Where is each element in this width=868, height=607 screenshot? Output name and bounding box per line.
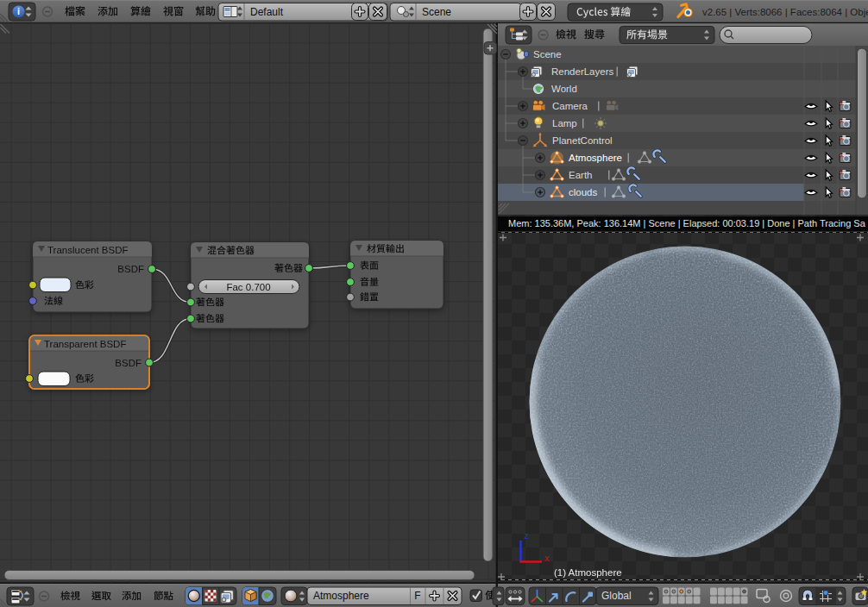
svg-text:Fac 0.700: Fac 0.700 bbox=[226, 282, 270, 292]
svg-text:F: F bbox=[414, 590, 420, 602]
svg-text:Lamp: Lamp bbox=[552, 118, 577, 128]
svg-text:Translucent BSDF: Translucent BSDF bbox=[47, 245, 129, 255]
svg-text:World: World bbox=[551, 84, 577, 94]
svg-text:RenderLayers: RenderLayers bbox=[551, 66, 613, 77]
svg-text:Global: Global bbox=[601, 590, 632, 602]
svg-text:v2.65 | Verts:8066 | Faces:806: v2.65 | Verts:8066 | Faces:8064 | Obje bbox=[702, 7, 868, 17]
svg-text:x: x bbox=[545, 553, 550, 563]
svg-text:(1) Atmosphere: (1) Atmosphere bbox=[554, 567, 622, 578]
svg-text:i: i bbox=[17, 6, 20, 16]
svg-text:Scene: Scene bbox=[422, 6, 451, 18]
svg-text:Transparent BSDF: Transparent BSDF bbox=[44, 339, 126, 349]
svg-text:z: z bbox=[524, 530, 529, 541]
svg-text:clouds: clouds bbox=[569, 187, 597, 197]
svg-text:Mem: 135.36M, Peak: 136.14M |: Mem: 135.36M, Peak: 136.14M | Scene | El… bbox=[508, 218, 866, 228]
svg-text:Atmosphere: Atmosphere bbox=[569, 153, 622, 163]
svg-text:BSDF: BSDF bbox=[115, 358, 142, 368]
svg-text:Scene: Scene bbox=[533, 49, 562, 59]
svg-text:BSDF: BSDF bbox=[117, 264, 144, 274]
svg-text:Earth: Earth bbox=[569, 170, 593, 180]
svg-text:Atmosphere: Atmosphere bbox=[313, 590, 369, 602]
svg-text:Camera: Camera bbox=[552, 101, 588, 111]
svg-text:PlanetControl: PlanetControl bbox=[552, 135, 613, 146]
svg-text:Default: Default bbox=[250, 6, 284, 18]
